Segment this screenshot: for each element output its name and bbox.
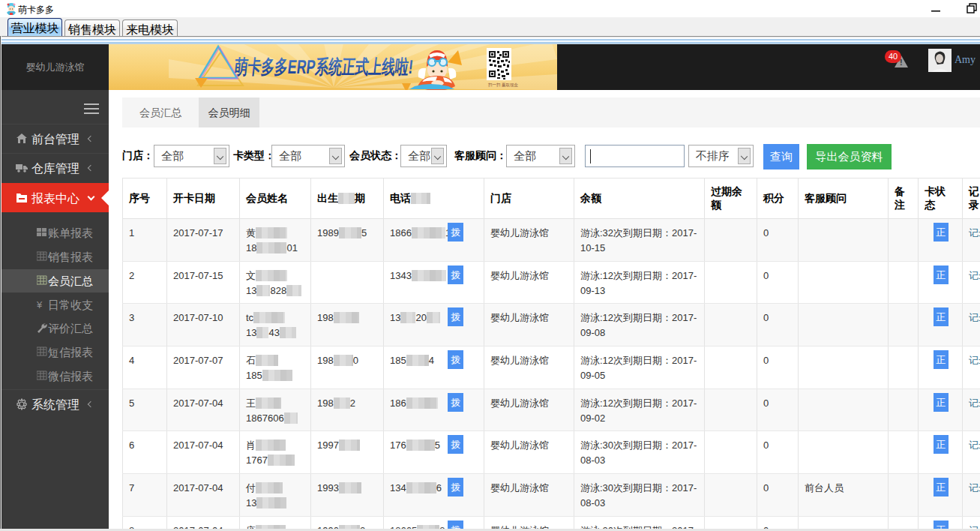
svg-text:萌卡多多ERP系统正式上线啦!: 萌卡多多ERP系统正式上线啦! xyxy=(233,56,415,78)
svg-text:扫一扫 赢取现金: 扫一扫 赢取现金 xyxy=(487,82,519,88)
